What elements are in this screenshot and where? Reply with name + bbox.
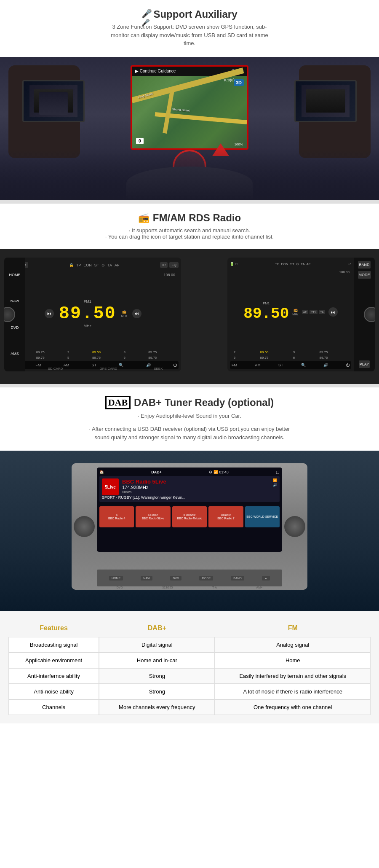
dab-icons: ⚙ 📶 01:43 [209, 470, 229, 474]
dab-title: DAB+ Tuner Ready (optional) [134, 397, 274, 408]
car-interior: ▶ Continue Guidance 7:49 ≡ Long Street S… [0, 57, 379, 200]
auxiliary-section: 🎤 Support Auxiliary 3 Zone Function Supp… [0, 0, 379, 57]
feature-broadcasting: Broadcasting signal [8, 637, 99, 653]
right-vol[interactable]: 🔊 [323, 363, 328, 367]
right-am-btn[interactable]: AM [255, 363, 261, 367]
monitor-left-screen [24, 81, 83, 121]
dab-channels-cell: More channels every frequency [99, 699, 215, 715]
ctrl-dvd-label: DVD [117, 586, 123, 589]
gps-map: Long Street Strand Street 3D 0 K:0(0) 10… [132, 76, 247, 148]
mhz-label: MHz [59, 324, 116, 328]
dab-icon-wrapper: DAB DAB+ Tuner Ready (optional) [13, 396, 366, 409]
dab-ch-5-label: BBC WORLD SERVICE [246, 515, 278, 519]
dab-description-1: · Enjoy Audiophile-level Sound in your C… [88, 412, 291, 421]
auxiliary-icon-wrapper: 🎤 Support Auxiliary [13, 8, 366, 20]
comparison-table: Features DAB+ FM Broadcasting signal Dig… [8, 619, 371, 715]
dab-label: DAB+ [151, 470, 162, 474]
radio-icon: 📻 [138, 212, 149, 223]
th-dab: DAB+ [99, 619, 215, 637]
gps-card-label: GPS CARD [99, 367, 117, 371]
radio-feature-1: It supports automatic search and manual … [13, 227, 366, 234]
headrest-left [8, 65, 80, 158]
table-row: Broadcasting signal Digital signal Analo… [8, 637, 371, 653]
dab-ch-4-label: DRadleBBC Radio 7 [217, 513, 234, 521]
mode-btn[interactable]: MODE [358, 271, 371, 279]
feature-channels: Channels [8, 699, 99, 715]
station-logo: 5Live [105, 485, 116, 489]
fm-interference: Easily interfered by terrain and other s… [215, 668, 371, 684]
play-btn[interactable]: PLAY [359, 360, 370, 368]
dab-freq: 174.928MHz [122, 485, 166, 490]
radio-icon-wrapper: 📻 FM/AM RDS Radio [13, 212, 366, 224]
dab-ch-4[interactable]: DRadleBBC Radio 7 [208, 506, 243, 527]
rewind-btn[interactable]: ⏮ [45, 309, 54, 318]
comparison-section: Features DAB+ FM Broadcasting signal Dig… [0, 611, 379, 723]
right-power[interactable]: ⏻ [346, 363, 350, 367]
ctrl-home[interactable]: HOME [109, 576, 123, 580]
dab-ch-3[interactable]: 6 DRadleBBC Radio 4Music [172, 506, 207, 527]
gps-overlay: ▶ Continue Guidance 7:49 ≡ Long Street S… [131, 65, 248, 150]
fm-environment: Home [215, 653, 371, 668]
radio-title: FM/AM RDS Radio [153, 212, 241, 224]
dab-ch-2[interactable]: DRadleBBC Radio 5Live [136, 506, 170, 527]
ir-btn[interactable]: IR [160, 262, 168, 268]
car-knob-right[interactable] [284, 516, 305, 537]
side-btn-ams[interactable]: AMS [11, 352, 19, 356]
dab-screen-topbar: 🏠 DAB+ ⚙ 📶 01:43 ▢ [99, 470, 280, 474]
ctrl-ta-label: T-A [212, 586, 217, 589]
ctrl-mode[interactable]: MODE [199, 576, 213, 580]
signal-icon: 📶 [273, 478, 277, 482]
dab-broadcasting: Digital signal [99, 637, 215, 653]
dab-ch-2-label: DRadleBBC Radio 5Live [142, 513, 164, 521]
dab-description-2: · After connecting a USB DAB receiver (o… [88, 425, 291, 443]
ctrl-up[interactable]: ▲ [262, 576, 270, 580]
right-search[interactable]: 🔍 [301, 363, 306, 367]
right-st: ST [278, 363, 283, 367]
car-head-unit: 🏠 DAB+ ⚙ 📶 01:43 ▢ 5Live BBC Radio 5Live… [72, 463, 307, 590]
table-row: Channels More channels every frequency O… [8, 699, 371, 715]
ctrl-dvd-mode[interactable]: DVD [170, 576, 181, 580]
dab-ch-5[interactable]: BBC WORLD SERVICE [245, 506, 280, 527]
fm-channels-cell: One frequency with one channel [215, 699, 371, 715]
main-frequency: 89.50 [59, 304, 116, 324]
headrest-right [299, 65, 371, 158]
radio-section: 📻 FM/AM RDS Radio It supports automatic … [0, 204, 379, 249]
radio-image-area: HOME NAVI DVD AMS BT DIM 🔒 TP EON [0, 249, 379, 384]
monitor-right-screen [296, 81, 355, 121]
sd-card-label: SD CARD [48, 367, 63, 371]
radio-features: It supports automatic search and manual … [13, 227, 366, 240]
seek-label: SEEK [154, 367, 163, 371]
auxiliary-image: ▶ Continue Guidance 7:49 ≡ Long Street S… [0, 57, 379, 200]
ctrl-freq-label: 313/325 [162, 586, 173, 589]
radio-feature-2: You can drag the icon of target station … [13, 234, 366, 240]
dab-ch-1[interactable]: 4BBC Radio 4 [99, 506, 134, 527]
dab-noise: Strong [99, 684, 215, 699]
ctrl-am-label: AM+ [256, 586, 263, 589]
gps-continue-label: ▶ Continue Guidance [135, 69, 176, 73]
right-forward-btn[interactable]: ⏭ [328, 307, 338, 317]
dab-sport-text: SPORT - RUGBY [L1]: Warrington winger Ke… [102, 495, 277, 500]
ctrl-band[interactable]: BAND [231, 576, 244, 580]
dab-type: News [122, 490, 166, 494]
car-unit-controls: HOME NAVI DVD MODE BAND ▲ [97, 570, 282, 586]
auxiliary-title: Support Auxiliary [153, 8, 237, 20]
side-btn-dvd[interactable]: DVD [11, 325, 19, 330]
radio-top-bar: BT DIM 🔒 TP EON ST ⊙ TA AF IR EQ [8, 260, 179, 270]
dab-screen: 🏠 DAB+ ⚙ 📶 01:43 ▢ 5Live BBC Radio 5Live… [97, 468, 282, 552]
dab-ch-1-label: 4BBC Radio 4 [108, 513, 125, 521]
car-knob-left[interactable] [74, 516, 95, 537]
forward-btn[interactable]: ⏭ [132, 309, 141, 318]
right-fm-btn[interactable]: FM [232, 363, 237, 367]
band-btn[interactable]: BAND [358, 261, 370, 269]
eq-btn[interactable]: EQ [169, 262, 179, 268]
auxiliary-description: 3 Zone Function Support: DVD screen show… [105, 23, 274, 48]
side-btn-navi[interactable]: NAVI [11, 299, 19, 303]
freq-right: 108.00 [163, 273, 175, 277]
table-row: Anti-interfernce ability Strong Easily i… [8, 668, 371, 684]
ctrl-navi[interactable]: NAVI [141, 576, 152, 580]
fm-label: FM1 [59, 299, 116, 304]
side-btn-home[interactable]: HOME [9, 273, 21, 277]
dab-environment: Home and in-car [99, 653, 215, 668]
dab-android: ▢ [276, 470, 280, 474]
radio-freq-display: ⏮ FM1 89.50 MHz 📻 MHz ⏭ [8, 278, 179, 349]
